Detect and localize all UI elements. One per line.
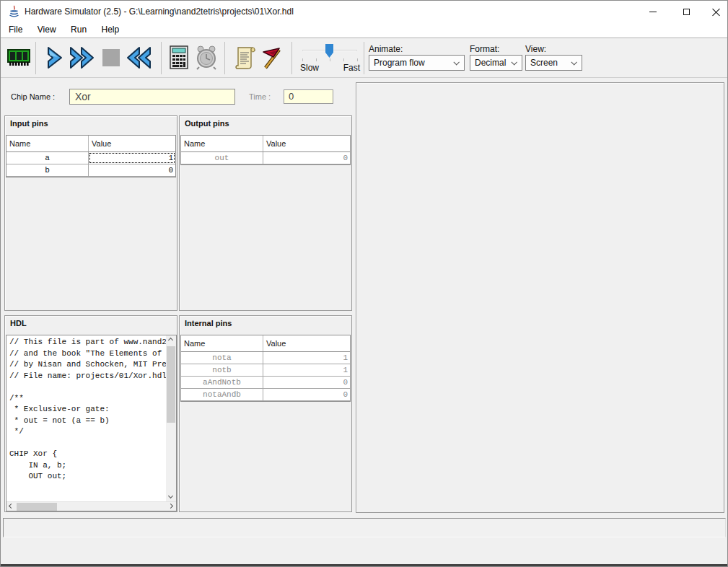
- chevron-down-icon: [571, 59, 576, 65]
- stop-icon: [100, 47, 122, 69]
- chip-name-field[interactable]: Xor: [69, 89, 235, 105]
- pin-name: b: [6, 164, 89, 176]
- value-column-header: Value: [89, 136, 175, 151]
- stop-button[interactable]: [97, 41, 125, 74]
- chip-name-label: Chip Name :: [11, 92, 55, 101]
- horizontal-scrollbar[interactable]: [6, 501, 176, 511]
- name-column-header: Name: [181, 136, 263, 151]
- menu-file[interactable]: File: [3, 22, 28, 38]
- toolbar-separator: [224, 42, 225, 74]
- maximize-button[interactable]: [670, 1, 703, 22]
- breakpoints-button[interactable]: [258, 41, 285, 74]
- slider-tick: [357, 58, 358, 61]
- minimize-icon: [649, 12, 657, 12]
- screen-view-panel: [356, 82, 724, 513]
- slider-fast-label: Fast: [343, 63, 360, 73]
- format-dropdown[interactable]: Decimal: [470, 55, 522, 71]
- menu-help[interactable]: Help: [96, 22, 126, 38]
- slider-tick: [316, 58, 317, 61]
- maximize-icon: [683, 9, 690, 15]
- table-row: notb 1: [181, 364, 350, 377]
- hdl-code-line: */: [9, 427, 166, 439]
- pin-name: notb: [181, 364, 263, 376]
- table-row[interactable]: b 0: [6, 164, 175, 177]
- menu-run[interactable]: Run: [65, 22, 92, 38]
- java-app-icon: [8, 5, 20, 18]
- hdl-scrollpane: // This file is part of www.nand2tetris.…: [6, 335, 177, 511]
- name-column-header: Name: [6, 136, 89, 151]
- scroll-right-icon[interactable]: [168, 504, 174, 509]
- table-header: Name Value: [6, 136, 175, 152]
- run-button[interactable]: [69, 41, 96, 74]
- pin-value-cell: 1: [263, 364, 350, 376]
- hdl-code-line: [9, 382, 166, 394]
- menu-view[interactable]: View: [32, 22, 62, 38]
- time-field: 0: [284, 89, 333, 104]
- rewind-icon: [125, 45, 152, 70]
- vertical-scrollbar[interactable]: [166, 335, 176, 501]
- animate-label: Animate:: [369, 44, 403, 54]
- view-dropdown[interactable]: Screen: [525, 55, 582, 71]
- hdl-code-line: [9, 439, 166, 450]
- value-column-header: Value: [263, 136, 350, 151]
- scroll-up-icon[interactable]: [168, 338, 174, 343]
- eval-button[interactable]: [165, 41, 193, 74]
- toolbar-separator: [35, 42, 36, 74]
- slider-tick: [302, 58, 303, 61]
- speed-slider[interactable]: Slow Fast: [297, 41, 364, 76]
- slider-slow-label: Slow: [300, 63, 319, 73]
- hdl-code-view[interactable]: // This file is part of www.nand2tetris.…: [6, 335, 166, 501]
- hdl-code-line: OUT out;: [9, 472, 166, 483]
- script-button[interactable]: [232, 41, 259, 74]
- input-pins-table: Name Value a 1 b 0: [6, 135, 176, 177]
- hdl-code-line: // and the book "The Elements of Computi…: [9, 349, 166, 361]
- scroll-down-icon[interactable]: [168, 493, 174, 499]
- time-label: Time :: [249, 92, 271, 101]
- table-header: Name Value: [181, 335, 350, 352]
- run-icon: [69, 45, 96, 70]
- view-value: Screen: [530, 58, 558, 68]
- pin-value-cell[interactable]: 1: [89, 152, 175, 164]
- animate-dropdown[interactable]: Program flow: [369, 55, 465, 71]
- slider-tick: [330, 58, 330, 61]
- slider-tick: [343, 58, 344, 61]
- scroll-left-icon[interactable]: [9, 504, 14, 509]
- rewind-button[interactable]: [125, 41, 152, 74]
- minimize-button[interactable]: [636, 1, 670, 22]
- pin-value-cell[interactable]: 0: [89, 164, 175, 176]
- close-button[interactable]: [699, 1, 728, 22]
- single-step-icon: [43, 45, 67, 70]
- hdl-code-line: * out = not (a == b): [9, 416, 166, 428]
- single-step-button[interactable]: [41, 41, 69, 74]
- pin-value-cell: 0: [263, 377, 350, 388]
- flag-icon: [258, 45, 284, 71]
- pin-value-cell: 0: [263, 152, 350, 164]
- table-row: nota 1: [181, 352, 350, 364]
- input-pins-panel: Input pins Name Value a 1 b 0: [4, 115, 177, 311]
- animate-value: Program flow: [374, 58, 425, 68]
- hdl-code-line: /**: [9, 394, 166, 405]
- load-chip-button[interactable]: [5, 41, 32, 74]
- taskbar-sliver: [1, 564, 727, 566]
- hdl-title: HDL: [10, 319, 27, 328]
- slider-thumb[interactable]: [325, 44, 333, 58]
- close-icon: [712, 8, 720, 16]
- view-label: View:: [525, 44, 546, 54]
- hdl-code-line: // This file is part of www.nand2tetris.…: [9, 338, 166, 349]
- table-row: out 0: [181, 152, 350, 164]
- window-title: Hardware Simulator (2.5) - G:\Learning\n…: [25, 6, 294, 17]
- calculator-icon: [167, 45, 191, 71]
- internal-pins-table: Name Value nota 1 notb 1 aAndNotb 0 nota…: [180, 335, 351, 402]
- menu-bar: File View Run Help: [1, 22, 727, 38]
- clock-icon: [193, 45, 219, 71]
- hdl-panel: HDL // This file is part of www.nand2tet…: [4, 315, 177, 512]
- scrollbar-thumb[interactable]: [167, 346, 175, 423]
- hdl-code-line: // File name: projects/01/Xor.hdl: [9, 372, 166, 383]
- scrollbar-thumb[interactable]: [17, 503, 57, 511]
- clock-button[interactable]: [193, 41, 220, 74]
- pin-name: notaAndb: [181, 389, 263, 400]
- table-row[interactable]: a 1: [6, 152, 175, 164]
- title-bar[interactable]: Hardware Simulator (2.5) - G:\Learning\n…: [1, 1, 727, 22]
- hdl-code-line: CHIP Xor {: [9, 449, 166, 461]
- pin-name: nota: [181, 352, 263, 364]
